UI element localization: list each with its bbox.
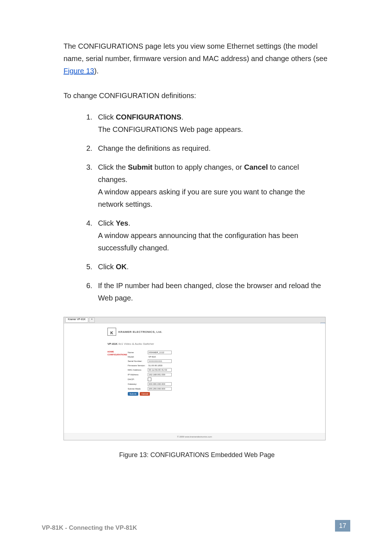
- submit-button[interactable]: Submit: [128, 392, 138, 396]
- page-footer: VP-81K - Connecting the VP-81K 17: [42, 520, 350, 532]
- side-nav: HOME CONFIGURATIONS: [107, 351, 121, 396]
- dhcp-checkbox[interactable]: [148, 378, 151, 381]
- intro-text-2: ).: [94, 67, 99, 75]
- footer-title: VP-81K - Connecting the VP-81K: [42, 524, 137, 532]
- model-value: VP-81K: [148, 355, 157, 358]
- mac-input[interactable]: 00-1d-56-00-41-53: [148, 368, 172, 372]
- logo-row: K KRAMER ELECTRONICS, Ltd.: [107, 328, 325, 336]
- step-3: Click the Submit button to apply changes…: [94, 161, 330, 210]
- subnet-input[interactable]: 255.255.000.000: [148, 387, 172, 391]
- gateway-input[interactable]: 000.000.000.000: [148, 382, 172, 386]
- subheading: To change CONFIGURATION definitions:: [64, 92, 330, 100]
- ip-label: IP Address:: [128, 374, 148, 376]
- company-name: KRAMER ELECTRONICS, Ltd.: [118, 330, 162, 334]
- browser-tab[interactable]: Kramer VP-81K: [65, 318, 88, 323]
- nav-home[interactable]: HOME: [107, 351, 121, 353]
- serial-label: Serial Number:: [128, 360, 148, 362]
- ip-input[interactable]: 192.168.001.039: [148, 373, 172, 376]
- button-row: Submit Cancel: [128, 392, 172, 396]
- gateway-label: Gateway:: [128, 383, 148, 385]
- step-4: Click Yes. A window appears announcing t…: [94, 217, 330, 254]
- figure-caption: Figure 13: CONFIGURATIONS Embedded Web P…: [64, 451, 330, 459]
- name-input[interactable]: KRAMER_1112: [148, 351, 172, 354]
- dhcp-label: DHCP:: [128, 378, 148, 380]
- fw-label: Firmware Version:: [128, 364, 148, 367]
- model-label: Model:: [128, 356, 148, 358]
- fw-value: 51.00.00.1833: [148, 364, 163, 367]
- content-row: HOME CONFIGURATIONS Name:KRAMER_1112 Mod…: [107, 351, 325, 396]
- step-5: Click OK.: [94, 261, 330, 273]
- serial-input[interactable]: 11111111111: [148, 359, 172, 363]
- kramer-logo-icon: K: [107, 328, 116, 336]
- figure-link[interactable]: Figure 13: [64, 67, 94, 75]
- new-tab-button[interactable]: +: [89, 318, 95, 323]
- page-number: 17: [335, 520, 350, 532]
- config-form: Name:KRAMER_1112 Model:VP-81K Serial Num…: [128, 351, 172, 396]
- step-6: If the IP number had been changed, close…: [94, 279, 330, 304]
- document-page: The CONFIGURATIONS page lets you view so…: [0, 0, 392, 459]
- intro-paragraph: The CONFIGURATIONS page lets you view so…: [64, 40, 330, 77]
- mac-label: MAC Address:: [128, 369, 148, 371]
- nav-configurations[interactable]: CONFIGURATIONS: [107, 354, 121, 356]
- browser-body: K KRAMER ELECTRONICS, Ltd. VP-81K 8x1 Vi…: [64, 323, 325, 433]
- model-line: VP-81K 8x1 Video & Audio Switcher: [107, 342, 325, 346]
- intro-text-1: The CONFIGURATIONS page lets you view so…: [64, 42, 327, 62]
- browser-tabs: Kramer VP-81K +: [64, 317, 325, 323]
- step-2: Change the definitions as required.: [94, 142, 330, 154]
- step-1: Click CONFIGURATIONS. The CONFIGURATIONS…: [94, 111, 330, 136]
- cancel-button[interactable]: Cancel: [140, 392, 150, 396]
- browser-screenshot: Kramer VP-81K + ▲ K KRAMER ELECTRONICS, …: [64, 317, 326, 440]
- subnet-label: Subnet Mask:: [128, 388, 148, 390]
- browser-footer: © 2009 www.kramerelectronics.com: [64, 433, 325, 440]
- steps-list: Click CONFIGURATIONS. The CONFIGURATIONS…: [64, 111, 330, 304]
- name-label: Name:: [128, 351, 148, 354]
